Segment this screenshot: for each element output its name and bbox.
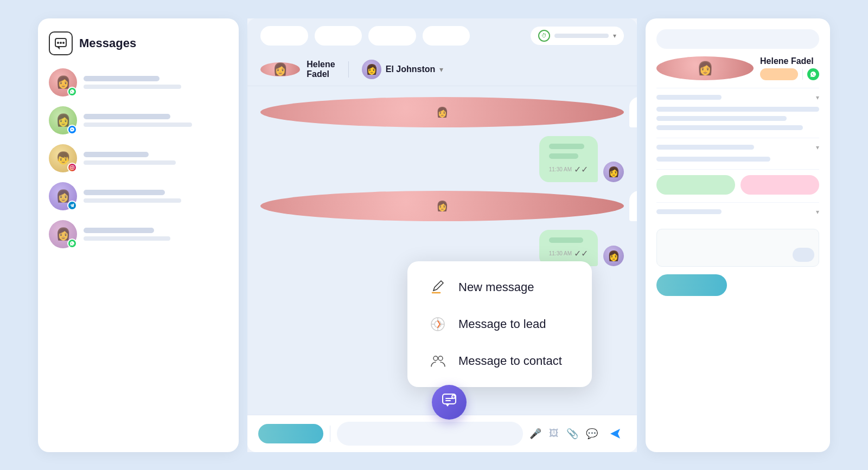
- chevron-down-icon[interactable]: ▾: [439, 65, 443, 74]
- message-to-lead-menu-item[interactable]: Message to lead: [427, 313, 572, 335]
- template-icon[interactable]: 💬: [586, 428, 598, 440]
- list-item[interactable]: 👩: [49, 182, 228, 210]
- chat-avatar-right: 👩: [362, 60, 381, 79]
- right-search: [656, 29, 819, 49]
- whatsapp-badge-icon: [67, 87, 77, 96]
- contact-preview: [84, 236, 170, 241]
- contact-name: [84, 152, 149, 157]
- section-title: [656, 95, 722, 100]
- message-to-contact-label: Message to contact: [458, 354, 562, 368]
- chat-avatar-left: 👩: [260, 62, 300, 76]
- nav-label: [554, 34, 609, 38]
- msg-avatar: 👩: [260, 191, 624, 221]
- section-header: ▾: [656, 208, 819, 216]
- action-button-green[interactable]: [656, 175, 735, 195]
- instagram-badge-icon: [67, 163, 77, 172]
- nav-pill-3[interactable]: [368, 26, 416, 46]
- message-input[interactable]: [337, 422, 523, 446]
- contact-info: [84, 190, 181, 203]
- message-content: [549, 144, 584, 149]
- svg-point-5: [72, 166, 73, 168]
- message-bubble: 11:30 AM ✓✓: [539, 136, 598, 182]
- note-area[interactable]: [656, 229, 819, 267]
- microphone-icon[interactable]: 🎤: [529, 428, 541, 440]
- svg-point-2: [60, 42, 61, 43]
- center-panel: ⏱ ▾ 👩 Helene Fadel 👩 El Johnston ▾ 👩: [247, 18, 637, 452]
- nav-pill-1[interactable]: [260, 26, 308, 46]
- new-message-label: New message: [458, 280, 534, 294]
- svg-point-6: [73, 166, 74, 166]
- chevron-down-icon[interactable]: ▾: [816, 208, 819, 216]
- avatar: 👩: [49, 106, 77, 134]
- contact-name: [84, 114, 170, 119]
- contact-preview: [84, 123, 192, 127]
- contact-name: [84, 228, 154, 233]
- contact-preview: [84, 160, 176, 165]
- app-title: Messages: [79, 36, 136, 50]
- whatsapp-badge-icon: [67, 239, 77, 248]
- avatar: 👦: [49, 144, 77, 172]
- info-row: [656, 157, 770, 162]
- svg-point-1: [58, 42, 59, 43]
- action-button-pink[interactable]: [741, 175, 819, 195]
- section-content: [656, 107, 819, 130]
- message-row: 👩: [260, 191, 624, 221]
- status-badge: [760, 68, 798, 80]
- avatar: 👩: [49, 220, 77, 248]
- section-title: [656, 209, 722, 214]
- message-to-contact-menu-item[interactable]: Message to contact: [427, 350, 572, 372]
- input-toolbar: 🎤 🖼 📎 💬: [529, 428, 598, 440]
- messages-icon: [49, 31, 73, 55]
- contacts-icon: [427, 350, 449, 372]
- nav-pill-4[interactable]: [423, 26, 470, 46]
- list-item[interactable]: 👩: [49, 220, 228, 248]
- attachment-icon[interactable]: 📎: [566, 428, 578, 440]
- message-row: 11:30 AM ✓✓ 👩: [260, 136, 624, 182]
- whatsapp-badge-icon: [807, 68, 819, 80]
- section-header: ▾: [656, 94, 819, 101]
- compose-icon: [442, 392, 457, 411]
- message-to-lead-label: Message to lead: [458, 317, 546, 331]
- channel-selector[interactable]: [258, 424, 323, 443]
- chevron-down-icon[interactable]: ▾: [816, 144, 819, 151]
- image-icon[interactable]: 🖼: [549, 428, 559, 439]
- msg-avatar: 👩: [260, 97, 624, 127]
- right-section-2: ▾: [656, 138, 819, 162]
- contact-name: [84, 76, 159, 81]
- list-item[interactable]: 👩: [49, 106, 228, 134]
- contact-name: [84, 190, 165, 195]
- chat-header: 👩 Helene Fadel 👩 El Johnston ▾: [247, 53, 637, 86]
- new-message-menu-item[interactable]: New message: [427, 276, 572, 298]
- action-buttons-section: [656, 169, 819, 195]
- chevron-down-icon[interactable]: ▾: [613, 32, 616, 40]
- message-bubble: [629, 191, 637, 221]
- message-content: [549, 237, 584, 243]
- svg-point-3: [63, 42, 64, 43]
- cta-button[interactable]: [656, 274, 727, 296]
- clock-icon: ⏱: [538, 30, 550, 42]
- chat-contact-right[interactable]: 👩 El Johnston ▾: [362, 60, 444, 79]
- list-item[interactable]: 👩: [49, 68, 228, 96]
- contact-list: 👩 👩: [49, 68, 228, 248]
- msg-avatar: 👩: [603, 246, 624, 266]
- note-save-button[interactable]: [793, 248, 814, 262]
- send-button[interactable]: [604, 423, 626, 445]
- messenger-badge-icon: [67, 125, 77, 134]
- contact-profile: 👩 Helene Fadel: [656, 56, 819, 80]
- badge-divider: [802, 69, 803, 80]
- header-divider: [348, 61, 349, 78]
- info-row: [656, 116, 787, 121]
- list-item[interactable]: 👦: [49, 144, 228, 172]
- section-content: [656, 157, 819, 162]
- nav-pill-2[interactable]: [315, 26, 362, 46]
- chevron-down-icon[interactable]: ▾: [816, 94, 819, 101]
- compose-fab-button[interactable]: [432, 385, 467, 420]
- contact-preview: [84, 85, 181, 89]
- section-header: ▾: [656, 144, 819, 151]
- contact-name: Helene Fadel: [760, 56, 819, 66]
- message-time: 11:30 AM: [549, 166, 572, 175]
- message-bubble: 11:30 AM ✓✓: [539, 230, 598, 266]
- contact-info: [84, 228, 170, 241]
- message-row: 11:30 AM ✓✓ 👩: [260, 230, 624, 266]
- right-panel: 👩 Helene Fadel ▾: [646, 18, 830, 452]
